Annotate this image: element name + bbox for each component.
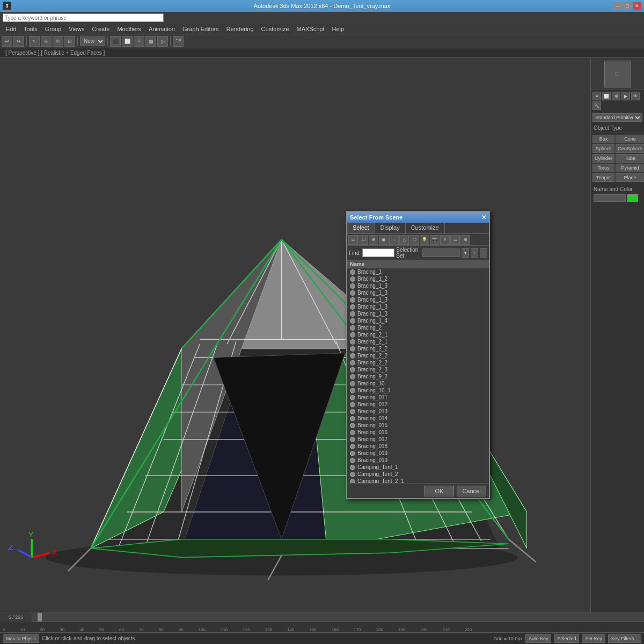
list-item[interactable]: Bracing_016 — [347, 429, 489, 436]
list-item[interactable]: Bracing_015 — [347, 422, 489, 429]
menu-modifiers[interactable]: Modifiers — [114, 25, 144, 33]
list-item[interactable]: Bracing_2_2 — [347, 352, 489, 359]
tb-btn-4[interactable]: ▦ — [145, 36, 156, 47]
menu-tools[interactable]: Tools — [20, 25, 41, 33]
timeline-track[interactable] — [32, 612, 644, 621]
rotate-button[interactable]: ↻ — [53, 36, 63, 47]
list-item[interactable]: Bracing_019 — [347, 450, 489, 457]
dt-filter2[interactable]: ○ — [389, 235, 399, 245]
maximize-button[interactable]: □ — [623, 2, 632, 10]
dt-filter1[interactable]: ▣ — [379, 235, 389, 245]
list-item[interactable]: Camping_Tent_2_1 — [347, 478, 489, 483]
sel-set-del[interactable]: − — [480, 248, 487, 258]
max-to-physic-button[interactable]: Max to Physic — [3, 634, 39, 643]
list-item[interactable]: Bracing_1_2 — [347, 275, 489, 282]
close-button[interactable]: ✕ — [633, 2, 641, 10]
menu-customize[interactable]: Customize — [258, 25, 292, 33]
rp-utils-tab[interactable]: 🔧 — [592, 101, 601, 110]
dialog-tabs[interactable]: Select Display Customize — [347, 223, 489, 234]
dt-filter6[interactable]: 📷 — [430, 235, 440, 245]
list-item[interactable]: Bracing_2 — [347, 324, 489, 331]
rp-display-tab[interactable]: 👁 — [631, 92, 640, 100]
tb-btn-1[interactable]: ⬛ — [110, 36, 121, 47]
dt-filter5[interactable]: 💡 — [420, 235, 429, 245]
dt-list-view[interactable]: ☰ — [450, 235, 460, 245]
list-item[interactable]: Bracing_2_2 — [347, 345, 489, 352]
list-item[interactable]: Bracing_10 — [347, 380, 489, 387]
view-dropdown[interactable]: New — [80, 36, 105, 46]
tb-btn-3[interactable]: ⌗ — [134, 36, 144, 47]
rp-motion-tab[interactable]: ▶ — [621, 92, 630, 100]
find-input[interactable] — [362, 248, 394, 257]
list-item[interactable]: Bracing_2_3 — [347, 366, 489, 373]
cancel-button[interactable]: Cancel — [457, 486, 486, 496]
minimize-button[interactable]: ─ — [613, 2, 622, 10]
undo-button[interactable]: ↩ — [2, 36, 12, 47]
key-filters-button[interactable]: Key Filters... — [608, 634, 641, 643]
rp-create-tab[interactable]: ✦ — [592, 92, 601, 100]
render-button[interactable]: 🎬 — [173, 36, 184, 47]
list-item[interactable]: Bracing_1_3 — [347, 303, 489, 310]
tab-display[interactable]: Display — [375, 223, 406, 233]
viewport[interactable]: X Y Z Select From Scene ✕ Select Display… — [0, 58, 590, 612]
list-item[interactable]: Bracing_018 — [347, 443, 489, 450]
list-item[interactable]: Bracing_1_3 — [347, 282, 489, 289]
list-item[interactable]: Bracing_2_2 — [347, 359, 489, 366]
scale-button[interactable]: ⊡ — [64, 36, 75, 47]
list-item[interactable]: Bracing_10_1 — [347, 387, 489, 394]
plane-button[interactable]: Plane — [616, 173, 644, 182]
auto-key-button[interactable]: Auto Key — [525, 634, 552, 643]
tb-btn-5[interactable]: ▷ — [157, 36, 168, 47]
list-item[interactable]: Bracing_1_3 — [347, 296, 489, 303]
move-button[interactable]: ✛ — [41, 36, 52, 47]
menu-rendering[interactable]: Rendering — [223, 25, 257, 33]
category-dropdown[interactable]: Standard Primitives — [592, 113, 642, 122]
menu-views[interactable]: Views — [65, 25, 87, 33]
menu-edit[interactable]: Edit — [3, 25, 19, 33]
list-item[interactable]: Bracing_011 — [347, 394, 489, 401]
box-button[interactable]: Box — [592, 135, 614, 143]
tb-btn-2[interactable]: ⬜ — [122, 36, 133, 47]
cone-button[interactable]: Cone — [616, 135, 644, 143]
list-item[interactable]: Bracing_2_1 — [347, 331, 489, 338]
dt-invert[interactable]: ⊕ — [369, 235, 378, 245]
redo-button[interactable]: ↪ — [13, 36, 24, 47]
dt-filter4[interactable]: ⬡ — [409, 235, 419, 245]
list-item[interactable]: Camping_Tent_2 — [347, 471, 489, 478]
dt-select-all[interactable]: ☑ — [348, 235, 358, 245]
list-item[interactable]: Bracing_017 — [347, 436, 489, 443]
set-key-button[interactable]: Set Key — [582, 634, 605, 643]
ok-button[interactable]: OK — [425, 486, 454, 496]
list-item[interactable]: Bracing_2_1 — [347, 338, 489, 345]
object-name-input[interactable] — [594, 194, 626, 202]
menu-graph-editors[interactable]: Graph Editors — [179, 25, 222, 33]
list-item[interactable]: Camping_Tent_1 — [347, 464, 489, 471]
dt-filter3[interactable]: △ — [399, 235, 409, 245]
menu-maxscript[interactable]: MAXScript — [294, 25, 328, 33]
geosphere-button[interactable]: GeoSphere — [616, 144, 644, 153]
dt-sort[interactable]: ≡ — [440, 235, 450, 245]
list-item[interactable]: Bracing_1 — [347, 268, 489, 275]
selection-set-input[interactable] — [422, 248, 460, 257]
dt-select-none[interactable]: ☐ — [358, 235, 368, 245]
list-item[interactable]: Bracing_1_4 — [347, 317, 489, 324]
object-list[interactable]: Bracing_1Bracing_1_2Bracing_1_3Bracing_1… — [347, 268, 489, 483]
list-item[interactable]: Bracing_013 — [347, 408, 489, 415]
list-item[interactable]: Bracing_012 — [347, 401, 489, 408]
tab-customize[interactable]: Customize — [406, 223, 445, 233]
timeline-slider[interactable] — [38, 613, 42, 621]
pyramid-button[interactable]: Pyramid — [616, 164, 644, 172]
search-input[interactable] — [3, 13, 164, 22]
menu-group[interactable]: Group — [42, 25, 65, 33]
tab-select[interactable]: Select — [347, 223, 375, 233]
torus-button[interactable]: Torus — [592, 164, 614, 172]
rp-modify-tab[interactable]: ⬜ — [602, 92, 611, 100]
list-item[interactable]: Bracing_019 — [347, 457, 489, 464]
dialog-title-bar[interactable]: Select From Scene ✕ — [347, 212, 489, 223]
cylinder-button[interactable]: Cylinder — [592, 154, 614, 163]
tube-button[interactable]: Tube — [616, 154, 644, 163]
list-item[interactable]: Bracing_1_3 — [347, 289, 489, 296]
list-item[interactable]: Bracing_014 — [347, 415, 489, 422]
rp-hierarchy-tab[interactable]: ⚙ — [612, 92, 620, 100]
dt-options[interactable]: ⚙ — [460, 235, 470, 245]
